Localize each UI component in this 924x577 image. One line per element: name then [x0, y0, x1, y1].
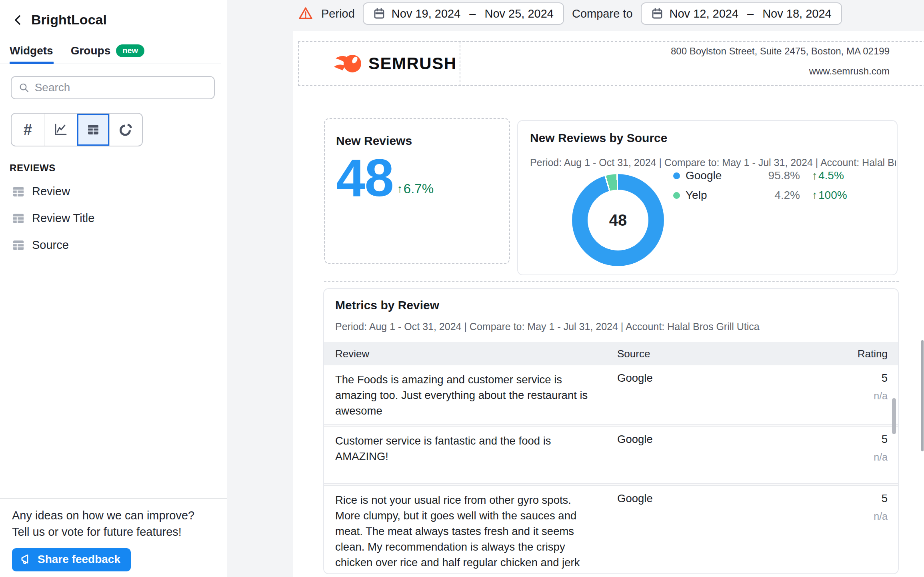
- up-arrow-icon: ↑: [812, 169, 818, 182]
- compare-start-date: Nov 12, 2024: [670, 7, 739, 20]
- active-tab-underline: [10, 62, 54, 64]
- widget-type-pie-chart[interactable]: [110, 114, 142, 146]
- table-scrollbar-thumb[interactable]: [892, 398, 896, 434]
- tab-widgets[interactable]: Widgets: [10, 44, 53, 57]
- widget-metrics-by-review[interactable]: Metrics by Review Period: Aug 1 - Oct 31…: [323, 288, 899, 574]
- legend-dot-google: [673, 172, 680, 179]
- period-label: Period: [321, 7, 355, 20]
- semrush-logo: SEMRUSH: [334, 42, 457, 85]
- period-toolbar: Period Nov 19, 2024 – Nov 25, 2024 Compa…: [298, 2, 842, 25]
- sidebar-item-review-title[interactable]: Review Title: [12, 212, 227, 225]
- hash-icon: #: [24, 121, 32, 138]
- legend-change: ↑ 100%: [812, 189, 847, 202]
- rating-cell: 5: [882, 433, 888, 446]
- table-row: The Foods is amazing and customer servic…: [324, 365, 898, 424]
- legend-change-value: 100%: [818, 189, 847, 202]
- period-date-range-button[interactable]: Nov 19, 2024 – Nov 25, 2024: [363, 2, 564, 25]
- legend-name: Yelp: [686, 189, 744, 202]
- widget-title: Metrics by Review: [335, 299, 439, 312]
- chart-legend: Google 95.8% ↑ 4.5% Yelp 4.2% ↑ 100%: [673, 170, 847, 201]
- date-range-separator: –: [745, 7, 756, 20]
- megaphone-icon: [20, 553, 32, 565]
- widget-title: New Reviews by Source: [530, 131, 667, 145]
- kpi-value: 48: [336, 152, 393, 204]
- date-range-separator: –: [467, 7, 478, 20]
- sidebar-item-review[interactable]: Review: [12, 185, 227, 198]
- sidebar-item-label: Source: [32, 238, 69, 252]
- search-box[interactable]: [11, 76, 215, 99]
- widget-type-number[interactable]: #: [12, 114, 44, 146]
- period-end-date: Nov 25, 2024: [484, 7, 554, 20]
- up-arrow-icon: ↑: [812, 189, 818, 202]
- tab-groups[interactable]: Groups new: [71, 44, 144, 57]
- semrush-flame-icon: [334, 52, 362, 76]
- chevron-left-icon: [12, 14, 24, 26]
- new-badge: new: [116, 44, 144, 57]
- header-cell-divider: [460, 41, 460, 86]
- legend-row-google: Google 95.8% ↑ 4.5%: [673, 170, 847, 182]
- rating-secondary-cell: n/a: [874, 451, 888, 463]
- feedback-text-line1: Any ideas on how we can improve?: [12, 507, 215, 524]
- tab-groups-label: Groups: [71, 44, 111, 57]
- legend-change-value: 4.5%: [818, 169, 844, 182]
- share-feedback-label: Share feedback: [38, 553, 120, 566]
- widget-type-table[interactable]: [77, 114, 110, 146]
- donut-chart: 48: [572, 174, 664, 266]
- kpi-change-value: 6.7%: [404, 181, 434, 196]
- table-header-row: Review Source Rating: [324, 342, 898, 365]
- kpi-change: ↑ 6.7%: [397, 181, 434, 196]
- legend-share: 95.8%: [744, 169, 800, 182]
- sidebar-item-source[interactable]: Source: [12, 238, 227, 252]
- table-widget-icon: [12, 239, 25, 252]
- sidebar-header: BrightLocal: [0, 0, 227, 28]
- widget-subtitle: Period: Aug 1 - Oct 31, 2024 | Compare t…: [530, 157, 896, 168]
- section-label-reviews: REVIEWS: [10, 162, 227, 174]
- column-header-rating: Rating: [858, 348, 888, 360]
- widget-type-toggle: #: [11, 113, 143, 146]
- compare-to-label: Compare to: [572, 7, 633, 20]
- widget-new-reviews-by-source[interactable]: New Reviews by Source Period: Aug 1 - Oc…: [517, 120, 898, 275]
- kpi-block: 48 ↑ 6.7%: [336, 152, 509, 204]
- widget-new-reviews[interactable]: New Reviews 48 ↑ 6.7%: [324, 118, 510, 264]
- line-chart-icon: [53, 122, 68, 137]
- company-website: www.semrush.com: [671, 66, 890, 76]
- calendar-icon: [651, 8, 663, 20]
- back-button[interactable]: [12, 14, 24, 26]
- source-cell: Google: [617, 492, 653, 505]
- review-text-cell: The Foods is amazing and customer servic…: [335, 372, 597, 419]
- review-text-cell: Rice is not your usual rice from other g…: [335, 492, 597, 570]
- period-start-date: Nov 19, 2024: [392, 7, 461, 20]
- section-dashed-divider: [324, 281, 899, 282]
- widget-subtitle: Period: Aug 1 - Oct 31, 2024 | Compare t…: [335, 321, 887, 333]
- sidebar-tabs: Widgets Groups new: [0, 28, 227, 57]
- sidebar-item-label: Review: [32, 185, 70, 198]
- table-body: The Foods is amazing and customer servic…: [324, 365, 898, 574]
- search-input[interactable]: [35, 81, 207, 94]
- review-text-cell: Customer service is fantastic and the fo…: [335, 433, 597, 464]
- sidebar: BrightLocal Widgets Groups new #: [0, 0, 227, 577]
- source-cell: Google: [617, 372, 653, 385]
- widget-type-line-chart[interactable]: [44, 114, 77, 146]
- share-feedback-button[interactable]: Share feedback: [12, 548, 131, 571]
- rating-secondary-cell: n/a: [874, 390, 888, 402]
- rating-cell: 5: [882, 492, 888, 505]
- table-row: Customer service is fantastic and the fo…: [324, 427, 898, 483]
- company-address: 800 Boylston Street, Suite 2475, Boston,…: [671, 46, 890, 56]
- rating-secondary-cell: n/a: [874, 511, 888, 522]
- warning-icon: [298, 6, 313, 21]
- sidebar-title: BrightLocal: [31, 12, 107, 28]
- up-arrow-icon: ↑: [397, 182, 403, 195]
- calendar-icon: [373, 8, 385, 20]
- search-icon: [19, 82, 29, 93]
- column-header-review: Review: [335, 348, 369, 360]
- compare-date-range-button[interactable]: Nov 12, 2024 – Nov 18, 2024: [641, 2, 842, 25]
- source-cell: Google: [617, 433, 653, 446]
- table-row: Rice is not your usual rice from other g…: [324, 486, 898, 574]
- tab-widgets-label: Widgets: [10, 44, 53, 57]
- widget-title: New Reviews: [336, 134, 509, 148]
- feedback-panel: Any ideas on how we can improve? Tell us…: [0, 498, 227, 577]
- report-page-canvas: SEMRUSH 800 Boylston Street, Suite 2475,…: [293, 31, 924, 577]
- feedback-text-line2: Tell us or vote for future features!: [12, 524, 215, 540]
- legend-change: ↑ 4.5%: [812, 169, 844, 182]
- page-scrollbar-thumb[interactable]: [921, 340, 924, 451]
